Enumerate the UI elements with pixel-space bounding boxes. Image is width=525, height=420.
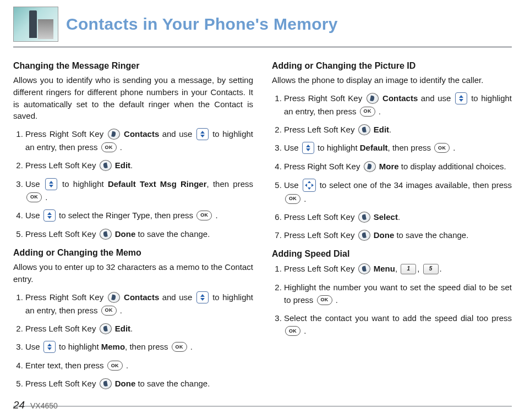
step-item: Press Right Soft Key More to display add… bbox=[284, 160, 512, 173]
step-text: Use bbox=[25, 342, 42, 351]
step-text: . bbox=[45, 192, 47, 202]
step-text: to display additional choices. bbox=[401, 162, 506, 171]
ok-key-icon: OK bbox=[101, 142, 117, 152]
step-text: to highlight bbox=[59, 342, 101, 351]
step-text: to highlight bbox=[62, 179, 108, 189]
step-text: . bbox=[120, 142, 122, 152]
section-intro: Allows you to enter up to 32 characters … bbox=[13, 261, 253, 285]
step-bold: Edit bbox=[115, 161, 130, 170]
step-text: . bbox=[440, 264, 442, 273]
left-softkey-icon bbox=[100, 229, 112, 240]
step-text: Use bbox=[25, 179, 44, 189]
step-text: Press Left Soft Key bbox=[284, 264, 357, 273]
nav-updown-icon bbox=[43, 341, 56, 353]
page-footer: 24 VX4650 bbox=[13, 399, 58, 411]
ok-key-icon: OK bbox=[196, 211, 212, 220]
step-text: Press Left Soft Key bbox=[284, 212, 357, 222]
step-bold: Menu bbox=[374, 264, 395, 273]
step-text: , then press bbox=[207, 179, 253, 189]
ok-key-icon: OK bbox=[434, 143, 450, 153]
ok-key-icon: OK bbox=[101, 306, 117, 316]
step-text: , bbox=[417, 264, 422, 273]
step-text: . bbox=[126, 361, 128, 370]
step-text: to save the change. bbox=[138, 229, 210, 239]
step-text: Press Left Soft Key bbox=[25, 161, 99, 170]
step-item: Press Right Soft Key Contacts and use to… bbox=[25, 291, 253, 317]
step-text: Press Left Soft Key bbox=[25, 379, 99, 388]
step-text: Press Left Soft Key bbox=[25, 229, 99, 239]
step-text: , bbox=[395, 264, 400, 273]
step-item: Press Left Soft Key Select. bbox=[284, 211, 512, 223]
step-item: Press Left Soft Key Edit. bbox=[25, 159, 253, 172]
right-softkey-icon bbox=[367, 93, 379, 104]
step-text: . bbox=[190, 342, 193, 351]
header-rule bbox=[13, 46, 512, 48]
step-text: Press Right Soft Key bbox=[284, 162, 363, 171]
ok-key-icon: OK bbox=[26, 192, 42, 202]
right-softkey-icon bbox=[108, 292, 120, 303]
step-text: . bbox=[130, 161, 133, 170]
step-text: Use bbox=[284, 180, 302, 190]
step-text: . bbox=[215, 211, 217, 220]
steps-list: Press Right Soft Key Contacts and use to… bbox=[13, 291, 253, 390]
footer-rule bbox=[13, 406, 512, 407]
header: Contacts in Your Phone's Memory bbox=[13, 7, 512, 42]
section-intro: Allows the phone to display an image to … bbox=[272, 74, 512, 86]
step-text: Enter text, then press bbox=[25, 361, 106, 370]
step-text: to select one of the 34 images available… bbox=[320, 180, 512, 190]
steps-list: Press Left Soft Key Menu, 1, 5. Highligh… bbox=[272, 262, 512, 337]
step-text: . bbox=[379, 107, 381, 116]
step-bold: Contacts bbox=[382, 93, 418, 103]
left-softkey-icon bbox=[358, 212, 370, 223]
step-text: to highlight bbox=[318, 143, 360, 152]
step-bold: Edit bbox=[115, 324, 130, 333]
step-bold: Contacts bbox=[124, 129, 159, 139]
left-softkey-icon bbox=[100, 323, 112, 334]
ok-key-icon: OK bbox=[285, 194, 300, 204]
right-softkey-icon bbox=[364, 161, 376, 172]
ok-key-icon: OK bbox=[285, 326, 300, 336]
step-text: and use bbox=[162, 292, 195, 302]
step-item: Select the contact you want to add the s… bbox=[284, 312, 512, 338]
step-text: . bbox=[389, 125, 391, 134]
keypad-1-icon: 1 bbox=[401, 264, 416, 274]
step-item: Press Left Soft Key Done to save the cha… bbox=[284, 229, 512, 241]
step-text: Press Left Soft Key bbox=[284, 125, 357, 134]
step-item: Press Left Soft Key Edit. bbox=[25, 322, 253, 335]
ok-key-icon: OK bbox=[172, 342, 187, 352]
step-item: Press Right Soft Key Contacts and use to… bbox=[25, 128, 253, 153]
section-title: Changing the Message Ringer bbox=[13, 61, 253, 71]
step-bold: Default bbox=[360, 143, 388, 152]
step-item: Use to select one of the 34 images avail… bbox=[284, 179, 512, 205]
step-text: Press Right Soft Key bbox=[284, 93, 365, 103]
section-title: Adding Speed Dial bbox=[272, 249, 512, 259]
page-number: 24 bbox=[13, 399, 25, 411]
step-item: Use to highlight Default Text Msg Ringer… bbox=[25, 178, 253, 203]
step-bold: Memo bbox=[101, 342, 125, 351]
step-text: to save the change. bbox=[138, 379, 210, 388]
header-thumbnail bbox=[13, 7, 58, 42]
nav-updown-icon bbox=[43, 209, 56, 222]
steps-list: Press Right Soft Key Contacts and use to… bbox=[272, 92, 512, 242]
step-text: Select the contact you want to add the s… bbox=[284, 313, 512, 323]
step-text: . bbox=[130, 324, 133, 333]
step-text: Use bbox=[284, 143, 301, 152]
right-column: Adding or Changing the Picture ID Allows… bbox=[272, 57, 512, 398]
nav-updown-icon bbox=[196, 291, 209, 303]
step-text: , then press bbox=[125, 342, 171, 351]
step-text: Press Left Soft Key bbox=[284, 230, 357, 240]
section-title: Adding or Changing the Memo bbox=[13, 248, 253, 258]
step-item: Press Left Soft Key Edit. bbox=[284, 123, 512, 136]
step-bold: Edit bbox=[374, 125, 389, 134]
nav-updown-icon bbox=[302, 142, 314, 154]
left-softkey-icon bbox=[358, 230, 370, 241]
body-columns: Changing the Message Ringer Allows you t… bbox=[13, 57, 512, 398]
step-text: , then press bbox=[388, 143, 434, 152]
step-item: Use to select the Ringer Type, then pres… bbox=[25, 209, 253, 222]
step-text: to save the change. bbox=[396, 230, 468, 240]
step-item: Use to highlight Memo, then press OK . bbox=[25, 340, 253, 353]
nav-updown-icon bbox=[45, 178, 57, 190]
nav-updown-icon bbox=[455, 92, 467, 104]
step-text: Press Right Soft Key bbox=[25, 292, 107, 302]
step-text: Press Right Soft Key bbox=[25, 129, 107, 139]
